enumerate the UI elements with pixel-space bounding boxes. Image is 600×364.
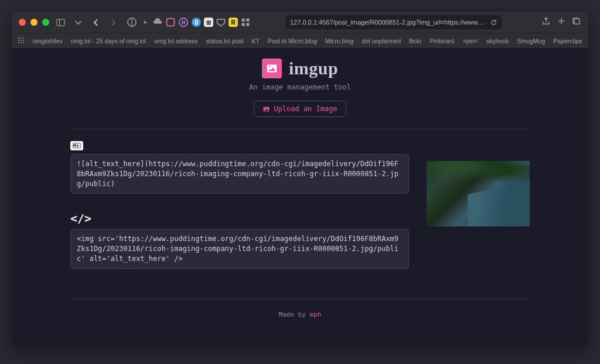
bookmark-item[interactable]: KT [252,37,260,44]
svg-rect-12 [242,23,245,26]
bookmark-item[interactable]: SmugMug [517,37,545,44]
svg-point-18 [18,40,19,41]
bookmark-item[interactable]: omg.lol - 25 days of omg.lol [71,37,146,44]
svg-point-17 [23,37,24,39]
bookmark-item[interactable]: Post to Micro.blog [268,37,317,44]
share-icon[interactable] [541,16,551,28]
bookmark-item[interactable]: Pinboard [430,37,455,44]
bookmark-item[interactable]: status.lol post [206,37,243,44]
svg-point-21 [18,42,19,43]
app-title: imgup [289,59,338,78]
bookmark-item[interactable]: Paperclips [553,37,582,44]
svg-point-23 [23,42,24,43]
markdown-icon [70,141,83,150]
svg-rect-6 [182,20,183,24]
svg-point-5 [179,18,188,26]
address-bar[interactable]: 127.0.0.1:4567/post_image/R0000851-2.jpg… [285,15,502,29]
svg-rect-13 [246,23,249,26]
bookmark-item[interactable]: Micro.blog [325,37,353,44]
titlebar: ✦ 0 ⊞ R 127.0.0.1:4567/post_image/R00008… [12,12,588,33]
html-code-icon: </> [70,211,409,225]
grid-icon[interactable] [240,17,251,28]
svg-rect-0 [56,19,64,25]
svg-rect-7 [184,20,185,24]
bookmark-item[interactable]: =pin= [463,37,478,44]
traffic-lights [19,19,49,26]
svg-rect-10 [242,19,245,22]
forward-button[interactable] [107,16,120,29]
svg-point-16 [21,37,22,39]
svg-rect-14 [574,19,579,24]
svg-point-15 [18,37,19,39]
svg-text:0: 0 [195,19,198,26]
bookmark-item[interactable]: omglol/dev [33,37,63,44]
browser-window: ✦ 0 ⊞ R 127.0.0.1:4567/post_image/R00008… [12,12,588,346]
svg-rect-11 [246,19,249,22]
footer: Made by mph [12,311,588,318]
bookmark-item[interactable]: skyhook [486,37,509,44]
ext-icon-2[interactable]: ⊞ [204,18,213,27]
upload-button-label: Upload an Image [274,105,337,113]
bookmark-item[interactable]: flickr [409,37,422,44]
back-button[interactable] [89,16,102,29]
image-preview [427,161,530,226]
ext-icon-3[interactable]: R [229,18,238,27]
divider [70,298,530,299]
close-window-button[interactable] [19,19,26,26]
svg-point-22 [21,42,22,43]
page-content: imgup An image management tool Upload an… [12,48,588,346]
maximize-window-button[interactable] [42,19,49,26]
bookmark-item[interactable]: omg.lol address [154,37,197,44]
bookmark-item[interactable]: dot unplanned [362,37,401,44]
minimize-window-button[interactable] [30,19,38,26]
svg-rect-4 [167,19,175,26]
image-icon [262,105,270,113]
divider [70,129,530,129]
chevron-down-icon[interactable] [71,16,84,29]
html-snippet-box[interactable] [70,229,409,269]
svg-point-19 [21,40,22,41]
footer-prefix: Made by [279,311,310,318]
sidebar-toggle-icon[interactable] [54,16,67,29]
footer-author-link[interactable]: mph [310,311,322,318]
app-logo-icon [262,59,282,78]
bookmarks-bar: omglol/dev omg.lol - 25 days of omg.lol … [12,33,588,48]
reload-icon[interactable] [490,19,497,26]
app-tagline: An image management tool [12,83,588,91]
svg-point-20 [23,40,24,41]
app-header: imgup An image management tool Upload an… [12,59,588,117]
markdown-snippet-box[interactable] [70,154,409,194]
new-tab-icon[interactable] [557,16,566,28]
url-text: 127.0.0.1:4567/post_image/R0000851-2.jpg… [290,19,486,26]
pause-icon[interactable] [178,17,189,28]
rocket-icon[interactable]: ✦ [139,17,150,28]
cloud-icon[interactable] [152,17,163,28]
extension-icons: ✦ 0 ⊞ R [127,17,251,28]
apps-icon[interactable] [18,37,25,45]
ext-icon-1[interactable] [165,17,176,28]
pocket-icon[interactable] [216,17,226,28]
tabs-icon[interactable] [572,16,581,28]
shield-icon[interactable] [127,17,137,28]
upload-image-button[interactable]: Upload an Image [254,101,346,117]
onepassword-icon[interactable]: 0 [191,17,202,28]
